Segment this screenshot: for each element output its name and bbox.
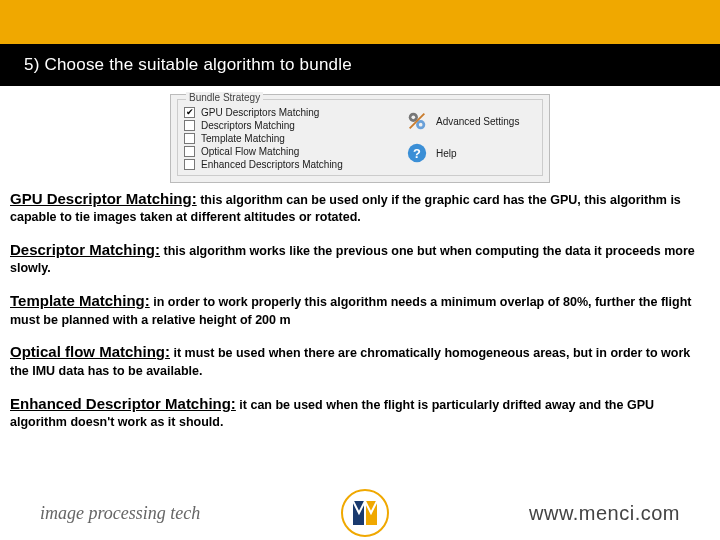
desc-title: Template Matching:	[10, 292, 150, 309]
desc-title: Enhanced Descriptor Matching:	[10, 395, 236, 412]
desc-descriptor: Descriptor Matching: this algorithm work…	[10, 240, 710, 277]
svg-point-1	[412, 116, 416, 120]
step-title: 5) Choose the suitable algorithm to bund…	[0, 55, 352, 75]
option-label: Descriptors Matching	[201, 120, 295, 131]
top-orange-bar	[0, 0, 720, 44]
option-label: GPU Descriptors Matching	[201, 107, 319, 118]
option-template[interactable]: Template Matching	[184, 132, 406, 145]
option-label: Template Matching	[201, 133, 285, 144]
option-gpu-descriptors[interactable]: ✔ GPU Descriptors Matching	[184, 106, 406, 119]
checkbox-icon[interactable]	[184, 120, 195, 131]
footer-url: www.menci.com	[529, 502, 680, 525]
svg-point-7	[342, 490, 388, 536]
bundle-strategy-fieldset: Bundle Strategy ✔ GPU Descriptors Matchi…	[177, 99, 543, 176]
step-title-bar: 5) Choose the suitable algorithm to bund…	[0, 44, 720, 86]
desc-template: Template Matching: in order to work prop…	[10, 291, 710, 328]
desc-title: GPU Descriptor Matching:	[10, 190, 197, 207]
help-icon: ?	[406, 142, 428, 164]
menci-logo	[341, 489, 389, 537]
option-optical-flow[interactable]: Optical Flow Matching	[184, 145, 406, 158]
fieldset-legend: Bundle Strategy	[186, 92, 263, 103]
descriptions: GPU Descriptor Matching: this algorithm …	[0, 187, 720, 449]
svg-point-3	[419, 123, 423, 127]
desc-enhanced: Enhanced Descriptor Matching: it can be …	[10, 394, 710, 431]
help-label: Help	[436, 148, 457, 159]
advanced-settings-label: Advanced Settings	[436, 116, 519, 127]
desc-gpu: GPU Descriptor Matching: this algorithm …	[10, 189, 710, 226]
footer: image processing tech www.menci.com	[0, 486, 720, 540]
footer-tagline: image processing tech	[40, 503, 200, 524]
panel-side-links: Advanced Settings ? Help	[406, 106, 536, 171]
desc-title: Optical flow Matching:	[10, 343, 170, 360]
gear-icon	[406, 110, 428, 132]
option-descriptors[interactable]: Descriptors Matching	[184, 119, 406, 132]
svg-text:?: ?	[413, 146, 421, 161]
advanced-settings-link[interactable]: Advanced Settings	[406, 110, 536, 132]
option-enhanced-descriptors[interactable]: Enhanced Descriptors Matching	[184, 158, 406, 171]
algorithm-options: ✔ GPU Descriptors Matching Descriptors M…	[184, 106, 406, 171]
settings-panel-wrap: Bundle Strategy ✔ GPU Descriptors Matchi…	[0, 86, 720, 187]
help-link[interactable]: ? Help	[406, 142, 536, 164]
option-label: Enhanced Descriptors Matching	[201, 159, 343, 170]
bundle-strategy-panel: Bundle Strategy ✔ GPU Descriptors Matchi…	[170, 94, 550, 183]
checkbox-icon[interactable]	[184, 159, 195, 170]
checkbox-icon[interactable]: ✔	[184, 107, 195, 118]
desc-title: Descriptor Matching:	[10, 241, 160, 258]
checkbox-icon[interactable]	[184, 133, 195, 144]
desc-optical: Optical flow Matching: it must be used w…	[10, 342, 710, 379]
checkbox-icon[interactable]	[184, 146, 195, 157]
option-label: Optical Flow Matching	[201, 146, 299, 157]
